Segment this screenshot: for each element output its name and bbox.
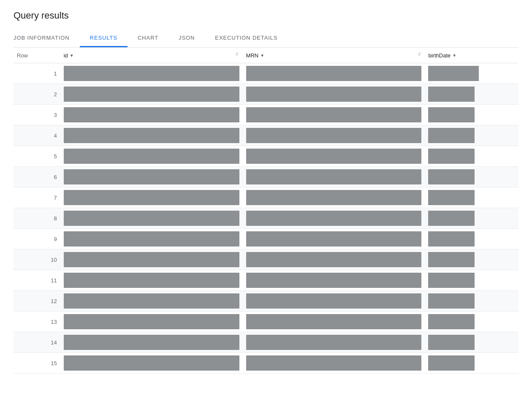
cell-mrn bbox=[243, 125, 425, 146]
table-row: 11 bbox=[14, 270, 518, 291]
page-title: Query results bbox=[14, 10, 518, 21]
cell-birthdate bbox=[425, 229, 518, 249]
cell-id bbox=[60, 229, 243, 249]
row-number-cell: 15 bbox=[14, 353, 60, 374]
table-row: 9 bbox=[14, 229, 518, 249]
cell-id bbox=[60, 312, 243, 332]
row-number-cell: 1 bbox=[14, 63, 60, 84]
cell-mrn bbox=[243, 249, 425, 270]
column-header-id[interactable]: id ▼ // bbox=[60, 48, 243, 63]
row-number-cell: 10 bbox=[14, 249, 60, 270]
row-number-cell: 6 bbox=[14, 167, 60, 187]
table-row: 8 bbox=[14, 208, 518, 229]
tab-job-information[interactable]: JOB INFORMATION bbox=[14, 30, 80, 47]
cell-mrn bbox=[243, 312, 425, 332]
cell-mrn bbox=[243, 63, 425, 84]
row-number-cell: 14 bbox=[14, 332, 60, 353]
cell-mrn bbox=[243, 229, 425, 249]
page-container: Query results JOB INFORMATION RESULTS CH… bbox=[0, 0, 532, 412]
cell-mrn bbox=[243, 84, 425, 105]
cell-mrn bbox=[243, 167, 425, 187]
row-number-cell: 11 bbox=[14, 270, 60, 291]
cell-id bbox=[60, 84, 243, 105]
table-row: 13 bbox=[14, 312, 518, 332]
row-number-cell: 12 bbox=[14, 291, 60, 312]
cell-id bbox=[60, 353, 243, 374]
row-number-cell: 8 bbox=[14, 208, 60, 229]
column-header-birthdate[interactable]: birthDate ▼ bbox=[425, 48, 518, 63]
row-number-cell: 4 bbox=[14, 125, 60, 146]
row-number-cell: 13 bbox=[14, 312, 60, 332]
cell-id bbox=[60, 146, 243, 167]
tab-chart[interactable]: CHART bbox=[128, 30, 168, 47]
cell-mrn bbox=[243, 291, 425, 312]
cell-id bbox=[60, 332, 243, 353]
results-table: Row id ▼ // bbox=[14, 48, 518, 374]
col-name-id: id bbox=[64, 52, 68, 59]
cell-birthdate bbox=[425, 353, 518, 374]
tabs-bar: JOB INFORMATION RESULTS CHART JSON EXECU… bbox=[14, 30, 518, 48]
table-row: 2 bbox=[14, 84, 518, 105]
cell-mrn bbox=[243, 146, 425, 167]
table-row: 3 bbox=[14, 105, 518, 125]
col-sort-icon-birthdate[interactable]: ▼ bbox=[452, 53, 456, 58]
table-row: 4 bbox=[14, 125, 518, 146]
cell-birthdate bbox=[425, 63, 518, 84]
col-resize-id[interactable]: // bbox=[236, 52, 239, 59]
row-number-cell: 2 bbox=[14, 84, 60, 105]
cell-birthdate bbox=[425, 167, 518, 187]
col-sort-icon-mrn[interactable]: ▼ bbox=[260, 53, 264, 58]
table-row: 12 bbox=[14, 291, 518, 312]
table-row: 10 bbox=[14, 249, 518, 270]
results-table-container: Row id ▼ // bbox=[14, 48, 518, 374]
cell-mrn bbox=[243, 353, 425, 374]
table-body: 123456789101112131415 bbox=[14, 63, 518, 374]
col-sort-icon-id[interactable]: ▼ bbox=[70, 53, 74, 58]
row-number-cell: 7 bbox=[14, 187, 60, 208]
cell-birthdate bbox=[425, 208, 518, 229]
cell-birthdate bbox=[425, 84, 518, 105]
cell-mrn bbox=[243, 332, 425, 353]
cell-id bbox=[60, 187, 243, 208]
table-row: 5 bbox=[14, 146, 518, 167]
cell-birthdate bbox=[425, 291, 518, 312]
cell-id bbox=[60, 125, 243, 146]
cell-mrn bbox=[243, 208, 425, 229]
cell-id bbox=[60, 249, 243, 270]
cell-birthdate bbox=[425, 249, 518, 270]
cell-mrn bbox=[243, 187, 425, 208]
col-resize-mrn[interactable]: // bbox=[418, 52, 421, 59]
cell-id bbox=[60, 167, 243, 187]
cell-mrn bbox=[243, 270, 425, 291]
cell-id bbox=[60, 291, 243, 312]
row-number-cell: 3 bbox=[14, 105, 60, 125]
tab-results[interactable]: RESULTS bbox=[80, 30, 128, 47]
cell-birthdate bbox=[425, 332, 518, 353]
cell-birthdate bbox=[425, 146, 518, 167]
table-row: 15 bbox=[14, 353, 518, 374]
row-number-header: Row bbox=[14, 48, 60, 63]
tab-json[interactable]: JSON bbox=[168, 30, 205, 47]
tab-execution-details[interactable]: EXECUTION DETAILS bbox=[205, 30, 288, 47]
row-number-cell: 5 bbox=[14, 146, 60, 167]
cell-id bbox=[60, 63, 243, 84]
table-header-row: Row id ▼ // bbox=[14, 48, 518, 63]
col-name-birthdate: birthDate bbox=[428, 52, 451, 59]
table-row: 7 bbox=[14, 187, 518, 208]
col-name-mrn: MRN bbox=[246, 52, 259, 59]
cell-id bbox=[60, 208, 243, 229]
cell-id bbox=[60, 105, 243, 125]
cell-birthdate bbox=[425, 312, 518, 332]
table-row: 6 bbox=[14, 167, 518, 187]
row-number-cell: 9 bbox=[14, 229, 60, 249]
table-row: 14 bbox=[14, 332, 518, 353]
cell-id bbox=[60, 270, 243, 291]
column-header-mrn[interactable]: MRN ▼ // bbox=[243, 48, 425, 63]
cell-birthdate bbox=[425, 105, 518, 125]
cell-mrn bbox=[243, 105, 425, 125]
table-row: 1 bbox=[14, 63, 518, 84]
cell-birthdate bbox=[425, 125, 518, 146]
cell-birthdate bbox=[425, 270, 518, 291]
cell-birthdate bbox=[425, 187, 518, 208]
